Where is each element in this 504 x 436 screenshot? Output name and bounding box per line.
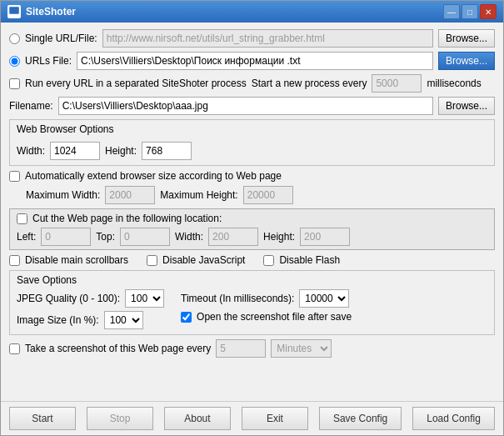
image-size-row: Image Size (In %): 100 75 50 (17, 311, 164, 329)
cut-width-input[interactable]: 200 (208, 228, 258, 246)
save-options-left: JPEG Quality (0 - 100): 100 90 80 Image … (17, 289, 164, 329)
cut-top-input[interactable]: 0 (120, 228, 170, 246)
save-options-group: Save Options JPEG Quality (0 - 100): 100… (9, 270, 495, 335)
cut-left-input[interactable]: 0 (41, 228, 91, 246)
disable-javascript-checkbox[interactable] (147, 255, 157, 266)
title-bar-left: SiteShoter (7, 5, 76, 18)
stop-button[interactable]: Stop (87, 407, 153, 430)
max-height-label: Maximum Height: (160, 189, 237, 201)
urls-file-row: URLs File: C:\Users\Villiers\Desktop\Пои… (9, 52, 495, 70)
height-label: Height: (105, 145, 137, 157)
height-input[interactable]: 768 (142, 142, 192, 160)
milliseconds-label: milliseconds (427, 78, 481, 89)
title-controls: — □ ✕ (443, 4, 497, 19)
save-options-right: Timeout (In milliseconds): 10000 5000 15… (181, 289, 352, 329)
disable-options-row: Disable main scrollbars Disable JavaScri… (9, 254, 495, 266)
run-every-label: Run every URL in a separated SiteShoter … (25, 78, 247, 89)
jpeg-quality-row: JPEG Quality (0 - 100): 100 90 80 (17, 289, 164, 308)
urls-file-radio[interactable] (9, 56, 20, 67)
max-size-row: Maximum Width: 2000 Maximum Height: 2000… (26, 186, 495, 204)
jpeg-quality-select[interactable]: 100 90 80 (125, 289, 164, 308)
save-config-button[interactable]: Save Config (319, 407, 402, 430)
process-interval-input[interactable] (372, 74, 422, 93)
single-url-row: Single URL/File: http://www.nirsoft.net/… (9, 29, 495, 48)
open-after-save-row: Open the screenshot file after save (181, 311, 352, 323)
close-button[interactable]: ✕ (480, 4, 497, 19)
cut-section: Cut the Web page in the following locati… (9, 208, 495, 250)
browser-options-title-row: Web Browser Options (17, 123, 487, 138)
screenshot-unit-select[interactable]: Minutes Seconds Hours (271, 339, 332, 358)
cut-left-label: Left: (17, 231, 36, 243)
urls-file-label: URLs File: (25, 55, 72, 67)
jpeg-quality-label: JPEG Quality (0 - 100): (17, 293, 120, 304)
svg-rect-2 (10, 16, 18, 17)
title-bar: SiteShoter — □ ✕ (1, 1, 503, 23)
save-options-title: Save Options (17, 274, 487, 286)
width-input[interactable]: 1024 (50, 142, 100, 160)
width-label: Width: (17, 145, 45, 157)
screenshot-interval-input[interactable] (216, 339, 266, 358)
max-width-input[interactable]: 2000 (105, 186, 155, 204)
start-button[interactable]: Start (9, 407, 76, 430)
max-width-label: Maximum Width: (26, 189, 100, 201)
cut-width-label: Width: (175, 231, 203, 243)
start-new-process-label: Start a new process every (252, 78, 367, 89)
timeout-select[interactable]: 10000 5000 15000 (299, 289, 349, 308)
filename-input[interactable]: C:\Users\Villiers\Desktop\aaa.jpg (58, 97, 433, 115)
main-content: Single URL/File: http://www.nirsoft.net/… (1, 23, 503, 401)
timeout-label: Timeout (In milliseconds): (181, 293, 294, 304)
auto-extend-row: Automatically extend browser size accord… (9, 170, 495, 182)
app-icon (7, 5, 21, 18)
filename-row: Filename: C:\Users\Villiers\Desktop\aaa.… (9, 97, 495, 115)
cut-height-input[interactable]: 200 (300, 228, 350, 246)
window-title: SiteShoter (26, 6, 76, 18)
filename-label: Filename: (9, 100, 53, 112)
web-browser-options-group: Web Browser Options Width: 1024 Height: … (9, 119, 495, 166)
main-window: SiteShoter — □ ✕ Single URL/File: http:/… (0, 0, 504, 436)
max-height-input[interactable]: 20000 (243, 186, 293, 204)
about-button[interactable]: About (164, 407, 231, 430)
urls-file-browse-button[interactable]: Browse... (438, 52, 495, 70)
svg-rect-1 (11, 14, 17, 16)
open-after-save-checkbox[interactable] (181, 312, 192, 323)
screenshot-every-label: Take a screenshot of this Web page every (25, 343, 211, 354)
run-every-row: Run every URL in a separated SiteShoter … (9, 74, 495, 93)
cut-checkbox[interactable] (17, 213, 27, 224)
single-url-browse-button[interactable]: Browse... (438, 29, 495, 48)
bottom-bar: Start Stop About Exit Save Config Load C… (1, 401, 503, 435)
maximize-button[interactable]: □ (462, 4, 478, 19)
urls-file-input[interactable]: C:\Users\Villiers\Desktop\Поиск информац… (77, 52, 433, 70)
cut-label: Cut the Web page in the following locati… (32, 213, 222, 224)
disable-flash-checkbox[interactable] (263, 255, 274, 266)
load-config-button[interactable]: Load Config (412, 407, 495, 430)
browser-options-title: Web Browser Options (17, 123, 114, 135)
filename-browse-button[interactable]: Browse... (438, 97, 495, 115)
run-every-checkbox[interactable] (9, 78, 20, 89)
timeout-row: Timeout (In milliseconds): 10000 5000 15… (181, 289, 352, 308)
screenshot-every-row: Take a screenshot of this Web page every… (9, 339, 495, 358)
width-height-row: Width: 1024 Height: 768 (17, 142, 487, 160)
screenshot-every-checkbox[interactable] (9, 343, 20, 354)
minimize-button[interactable]: — (443, 4, 460, 19)
single-url-radio[interactable] (9, 33, 20, 44)
cut-title-row: Cut the Web page in the following locati… (17, 213, 487, 224)
disable-javascript-label: Disable JavaScript (162, 254, 245, 266)
cut-top-label: Top: (96, 231, 115, 243)
auto-extend-label: Automatically extend browser size accord… (25, 170, 282, 182)
disable-flash-label: Disable Flash (279, 254, 340, 266)
disable-scrollbars-checkbox[interactable] (9, 255, 20, 266)
single-url-label: Single URL/File: (25, 33, 97, 44)
cut-height-label: Height: (263, 231, 295, 243)
svg-rect-0 (9, 7, 19, 14)
image-size-select[interactable]: 100 75 50 (104, 311, 143, 329)
open-after-save-label: Open the screenshot file after save (197, 311, 352, 323)
image-size-label: Image Size (In %): (17, 314, 99, 326)
cut-coords-row: Left: 0 Top: 0 Width: 200 Height: 200 (17, 228, 487, 246)
exit-button[interactable]: Exit (242, 407, 308, 430)
auto-extend-checkbox[interactable] (9, 171, 20, 182)
disable-scrollbars-label: Disable main scrollbars (25, 254, 128, 266)
save-options-cols: JPEG Quality (0 - 100): 100 90 80 Image … (17, 289, 487, 329)
single-url-input[interactable]: http://www.nirsoft.net/utils/url_string_… (102, 29, 433, 48)
